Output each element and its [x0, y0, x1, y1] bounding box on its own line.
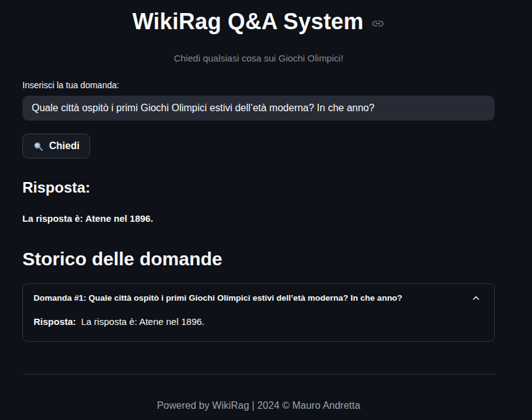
chevron-up-icon[interactable] — [472, 294, 480, 303]
history-answer-text: La risposta è: Atene nel 1896. — [81, 316, 204, 327]
history-question-text: Domanda #1: Quale città ospitò i primi G… — [34, 293, 402, 303]
question-input[interactable] — [22, 96, 495, 121]
history-expander-body: Risposta: La risposta è: Atene nel 1896. — [23, 311, 494, 341]
anchor-link-icon[interactable] — [371, 17, 385, 30]
footer-text: Powered by WikiRag | 2024 © Mauro Andret… — [22, 400, 495, 411]
app-container: WikiRag Q&A System Chiedi qualsiasi cosa… — [0, 0, 532, 420]
answer-heading: Risposta: — [22, 179, 495, 196]
history-heading: Storico delle domande — [22, 249, 495, 270]
answer-text: La risposta è: Atene nel 1896. — [22, 213, 495, 224]
history-expander: Domanda #1: Quale città ospitò i primi G… — [22, 283, 495, 342]
question-input-label: Inserisci la tua domanda: — [22, 80, 495, 90]
submit-question-button[interactable]: Chiedi — [22, 134, 90, 158]
page-subtitle: Chiedi qualsiasi cosa sui Giochi Olimpic… — [22, 53, 495, 63]
page-title: WikiRag Q&A System — [132, 9, 364, 35]
submit-button-label: Chiedi — [49, 140, 80, 152]
history-answer-label: Risposta: — [34, 316, 76, 327]
page-header: WikiRag Q&A System — [22, 9, 495, 35]
footer-divider — [22, 374, 495, 375]
history-expander-header[interactable]: Domanda #1: Quale città ospitò i primi G… — [23, 284, 494, 311]
search-icon — [33, 141, 44, 152]
